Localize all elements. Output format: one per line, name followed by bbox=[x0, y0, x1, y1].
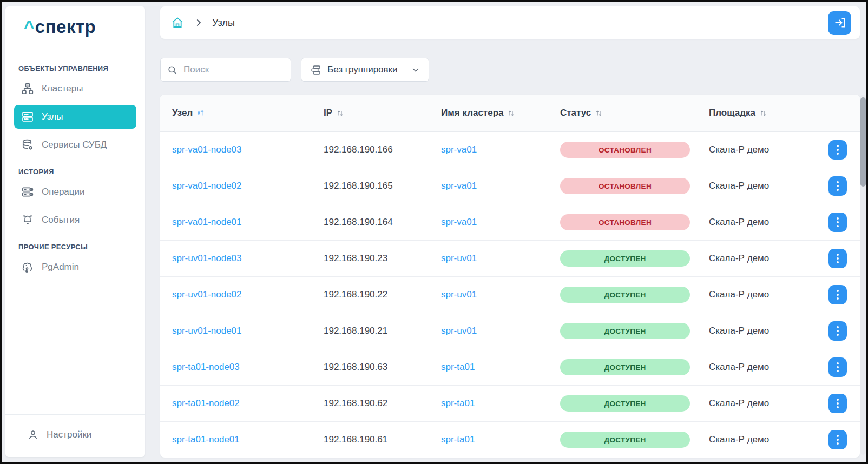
status-badge: ДОСТУПЕН bbox=[560, 432, 690, 448]
table-row: spr-va01-node01 192.168.190.164 spr-va01… bbox=[160, 204, 860, 241]
sidebar-item-settings[interactable]: Настройки bbox=[5, 414, 145, 457]
sort-icon[interactable] bbox=[508, 110, 515, 117]
kebab-icon bbox=[837, 185, 839, 188]
sidebar-item-label: PgAdmin bbox=[42, 262, 79, 273]
table-row: spr-ta01-node03 192.168.190.63 spr-ta01 … bbox=[160, 349, 860, 386]
user-icon bbox=[27, 429, 39, 441]
logo-caret-icon: ^ bbox=[24, 17, 35, 37]
cluster-link[interactable]: spr-va01 bbox=[441, 181, 477, 191]
kebab-icon bbox=[837, 330, 839, 333]
node-link[interactable]: spr-uv01-node02 bbox=[172, 289, 242, 300]
sidebar-item-label: Сервисы СУБД bbox=[42, 140, 107, 150]
sidebar-item-events[interactable]: События bbox=[14, 208, 136, 232]
node-ip: 192.168.190.63 bbox=[324, 362, 441, 373]
sort-icon[interactable] bbox=[337, 110, 344, 117]
node-ip: 192.168.190.62 bbox=[324, 398, 441, 409]
cluster-link[interactable]: spr-ta01 bbox=[441, 434, 475, 445]
search-icon bbox=[167, 65, 177, 75]
column-header-cluster[interactable]: Имя кластера bbox=[441, 108, 560, 118]
chevron-down-icon bbox=[411, 65, 420, 74]
kebab-icon bbox=[837, 257, 839, 260]
column-header-node[interactable]: Узел bbox=[160, 108, 324, 118]
node-link[interactable]: spr-ta01-node02 bbox=[172, 398, 240, 408]
cluster-link[interactable]: spr-va01 bbox=[441, 144, 477, 155]
sidebar-footer-label: Настройки bbox=[47, 429, 91, 440]
scrollbar-thumb[interactable] bbox=[860, 97, 866, 187]
grouping-icon bbox=[310, 64, 321, 76]
toolbar: Без группировки bbox=[160, 58, 860, 82]
table-body: spr-va01-node03 192.168.190.166 spr-va01… bbox=[160, 132, 860, 458]
row-actions-button[interactable] bbox=[828, 176, 847, 196]
sidebar-item-operations[interactable]: Операции bbox=[14, 180, 136, 204]
chevron-right-icon bbox=[194, 18, 203, 28]
node-link[interactable]: spr-ta01-node01 bbox=[172, 434, 240, 445]
site-label: Скала-Р демо bbox=[709, 144, 828, 155]
cluster-link[interactable]: spr-ta01 bbox=[441, 398, 475, 408]
site-label: Скала-Р демо bbox=[709, 253, 828, 264]
pgadmin-elephant-icon bbox=[21, 261, 34, 274]
cluster-link[interactable]: spr-va01 bbox=[441, 217, 477, 227]
node-link[interactable]: spr-uv01-node01 bbox=[172, 326, 242, 336]
row-actions-button[interactable] bbox=[828, 394, 847, 413]
sort-icon[interactable] bbox=[760, 110, 767, 117]
node-link[interactable]: spr-va01-node03 bbox=[172, 144, 242, 155]
table-row: spr-uv01-node01 192.168.190.21 spr-uv01 … bbox=[160, 313, 860, 349]
column-header-status[interactable]: Статус bbox=[560, 108, 709, 118]
db-services-icon bbox=[21, 138, 34, 151]
kebab-icon bbox=[837, 221, 839, 224]
sidebar-item-db-services[interactable]: Сервисы СУБД bbox=[14, 133, 136, 157]
operations-icon bbox=[21, 185, 34, 198]
breadcrumb-current: Узлы bbox=[212, 17, 235, 29]
status-badge: ДОСТУПЕН bbox=[560, 287, 690, 303]
sort-active-icon[interactable] bbox=[197, 109, 205, 117]
logo: ^спектр bbox=[5, 6, 145, 48]
table-row: spr-uv01-node03 192.168.190.23 spr-uv01 … bbox=[160, 241, 860, 277]
sidebar: ^спектр ОБЪЕКТЫ УПРАВЛЕНИЯ Кластеры bbox=[5, 6, 145, 457]
cluster-link[interactable]: spr-ta01 bbox=[441, 362, 475, 372]
logo-text: спектр bbox=[35, 17, 96, 37]
cluster-link[interactable]: spr-uv01 bbox=[441, 289, 477, 300]
status-badge: ОСТАНОВЛЕН bbox=[560, 142, 690, 158]
site-label: Скала-Р демо bbox=[709, 181, 828, 191]
row-actions-button[interactable] bbox=[828, 285, 847, 304]
row-actions-button[interactable] bbox=[828, 321, 847, 341]
grouping-value: Без группировки bbox=[327, 64, 398, 75]
status-badge: ДОСТУПЕН bbox=[560, 323, 690, 339]
login-arrow-icon bbox=[833, 16, 846, 29]
row-actions-button[interactable] bbox=[828, 357, 847, 377]
sidebar-item-clusters[interactable]: Кластеры bbox=[14, 77, 136, 101]
column-header-ip[interactable]: IP bbox=[324, 108, 441, 118]
column-header-site[interactable]: Площадка bbox=[709, 108, 828, 118]
grouping-select[interactable]: Без группировки bbox=[301, 58, 429, 82]
node-link[interactable]: spr-va01-node02 bbox=[172, 181, 242, 191]
sidebar-item-label: События bbox=[42, 215, 80, 226]
node-link[interactable]: spr-va01-node01 bbox=[172, 217, 242, 227]
row-actions-button[interactable] bbox=[828, 140, 847, 160]
nodes-table: Узел IP Имя кластера bbox=[160, 95, 860, 458]
row-actions-button[interactable] bbox=[828, 249, 847, 268]
section-history-label: ИСТОРИЯ bbox=[18, 168, 132, 176]
sidebar-nav: ОБЪЕКТЫ УПРАВЛЕНИЯ Кластеры bbox=[5, 48, 145, 279]
node-ip: 192.168.190.61 bbox=[324, 434, 441, 445]
node-ip: 192.168.190.22 bbox=[324, 289, 441, 300]
node-ip: 192.168.190.166 bbox=[324, 144, 441, 155]
sidebar-item-label: Кластеры bbox=[42, 83, 83, 94]
row-actions-button[interactable] bbox=[828, 213, 847, 232]
nodes-icon bbox=[21, 110, 34, 123]
home-icon[interactable] bbox=[171, 16, 184, 29]
sort-icon[interactable] bbox=[595, 110, 602, 117]
sidebar-item-label: Узлы bbox=[42, 111, 63, 122]
search-input[interactable] bbox=[182, 64, 304, 76]
status-badge: ДОСТУПЕН bbox=[560, 359, 690, 375]
row-actions-button[interactable] bbox=[828, 430, 847, 449]
node-ip: 192.168.190.164 bbox=[324, 217, 441, 228]
node-link[interactable]: spr-ta01-node03 bbox=[172, 362, 240, 372]
table-header: Узел IP Имя кластера bbox=[160, 95, 860, 132]
site-label: Скала-Р демо bbox=[709, 362, 828, 373]
sidebar-item-nodes[interactable]: Узлы bbox=[14, 105, 136, 129]
cluster-link[interactable]: spr-uv01 bbox=[441, 253, 477, 263]
login-exit-button[interactable] bbox=[828, 11, 851, 35]
sidebar-item-pgadmin[interactable]: PgAdmin bbox=[14, 255, 136, 279]
node-link[interactable]: spr-uv01-node03 bbox=[172, 253, 242, 263]
cluster-link[interactable]: spr-uv01 bbox=[441, 326, 477, 336]
